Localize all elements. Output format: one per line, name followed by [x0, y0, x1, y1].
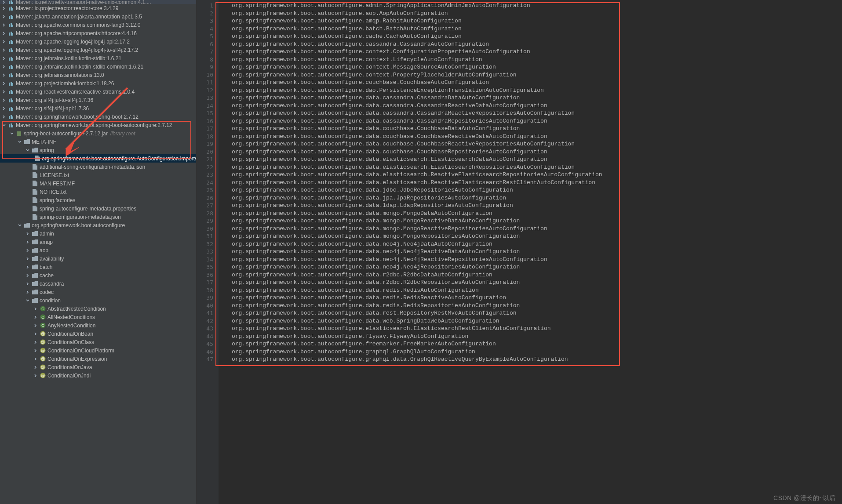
library-icon	[8, 114, 14, 120]
tree-item-lib[interactable]: Maven: org.apache.logging.log4j:log4j-ap…	[0, 37, 196, 46]
line-number: 45	[197, 340, 213, 348]
tree-item-lib[interactable]: Maven: org.slf4j:slf4j-api:1.7.36	[0, 104, 196, 112]
svg-rect-10	[11, 23, 12, 27]
code-line: org.springframework.boot.autoconfigure.f…	[232, 333, 842, 341]
line-number: 23	[197, 171, 213, 179]
svg-text:@: @	[40, 332, 44, 336]
tree-item-lib-open[interactable]: Maven: org.springframework.boot:spring-b…	[0, 121, 196, 129]
class-icon: C	[40, 323, 46, 329]
tree-label: spring-boot-autoconfigure-2.7.12.jar	[24, 131, 108, 137]
library-icon	[8, 22, 14, 28]
tree-item-lib[interactable]: Maven: org.apache.commons:commons-lang3:…	[0, 21, 196, 29]
code-line: org.springframework.boot.autoconfigure.d…	[232, 94, 842, 102]
tree-item-lib[interactable]: Maven: org.apache.httpcomponents:httpcor…	[0, 29, 196, 37]
tree-item-package-open[interactable]: condition	[0, 296, 196, 305]
svg-rect-41	[12, 108, 13, 111]
tree-item-lib[interactable]: Maven: org.jetbrains.kotlin:kotlin-stdli…	[0, 62, 196, 71]
tree-item-lib[interactable]: Maven: org.reactivestreams:reactive-stre…	[0, 87, 196, 96]
code-editor[interactable]: 1234567891011121314151617181920212223242…	[197, 0, 842, 504]
library-icon	[8, 122, 14, 128]
line-number: 41	[197, 309, 213, 317]
tree-label: ConditionalOnJava	[47, 364, 92, 370]
svg-rect-47	[12, 125, 13, 127]
code-line: org.springframework.boot.autoconfigure.d…	[232, 240, 842, 248]
tree-item-file[interactable]: spring-autoconfigure-metadata.properties	[0, 204, 196, 213]
svg-rect-33	[9, 91, 10, 94]
tree-item-file[interactable]: spring-configuration-metadata.json	[0, 213, 196, 221]
tree-label: additional-spring-configuration-metadata…	[40, 164, 145, 170]
code-line: org.springframework.boot.autoconfigure.d…	[232, 294, 842, 302]
line-number: 27	[197, 202, 213, 210]
svg-rect-36	[9, 99, 10, 102]
library-icon	[8, 80, 14, 87]
tree-item-package[interactable]: codec	[0, 288, 196, 296]
class-icon: C	[40, 306, 46, 312]
tree-item-folder[interactable]: spring	[0, 146, 196, 154]
svg-rect-35	[12, 91, 13, 94]
code-line: org.springframework.boot.autoconfigure.d…	[232, 217, 842, 225]
tree-item-folder[interactable]: META-INF	[0, 138, 196, 146]
svg-rect-39	[9, 108, 10, 111]
tree-item-jar[interactable]: spring-boot-autoconfigure-2.7.12.jarlibr…	[0, 129, 196, 138]
watermark: CSDN @漫长的~以后	[773, 494, 836, 502]
tree-item-lib[interactable]: Maven: io.netty:netty-transport-native-u…	[0, 0, 196, 4]
tree-label: AnyNestedCondition	[47, 323, 95, 329]
library-icon	[8, 14, 14, 20]
tree-item-class[interactable]: @ConditionalOnBean	[0, 330, 196, 338]
tree-item-lib[interactable]: Maven: org.slf4j:jul-to-slf4j:1.7.36	[0, 96, 196, 104]
svg-rect-22	[11, 57, 12, 61]
library-icon	[8, 64, 14, 70]
tree-item-class[interactable]: CAnyNestedCondition	[0, 321, 196, 330]
tree-item-package[interactable]: amqp	[0, 238, 196, 246]
tree-item-lib[interactable]: Maven: org.springframework.boot:spring-b…	[0, 112, 196, 121]
folder-icon	[32, 247, 38, 254]
tree-item-package[interactable]: batch	[0, 263, 196, 271]
tree-item-class[interactable]: @ConditionalOnCloudPlatform	[0, 346, 196, 355]
tree-item-package[interactable]: cassandra	[0, 279, 196, 288]
line-number: 15	[197, 109, 213, 117]
tree-label: admin	[40, 231, 54, 237]
tree-item-package[interactable]: org.springframework.boot.autoconfigure	[0, 221, 196, 229]
tree-item-file[interactable]: MANIFEST.MF	[0, 179, 196, 188]
svg-rect-32	[12, 83, 13, 86]
tree-item-package[interactable]: admin	[0, 229, 196, 238]
tree-item-lib[interactable]: Maven: jakarta.annotation:jakarta.annota…	[0, 12, 196, 21]
tree-item-lib[interactable]: Maven: org.projectlombok:lombok:1.18.26	[0, 79, 196, 87]
tree-item-class[interactable]: @ConditionalOnJndi	[0, 371, 196, 380]
line-number: 9	[197, 63, 213, 71]
tree-item-class[interactable]: CAllNestedConditions	[0, 313, 196, 321]
svg-rect-14	[12, 33, 13, 36]
svg-rect-2	[12, 2, 13, 4]
project-tree-sidebar[interactable]: Maven: io.netty:netty-transport-native-u…	[0, 0, 197, 504]
annotation-icon: @	[40, 331, 46, 337]
tree-item-lib[interactable]: Maven: io.projectreactor:reactor-core:3.…	[0, 4, 196, 12]
tree-item-lib[interactable]: Maven: org.jetbrains.kotlin:kotlin-stdli…	[0, 54, 196, 62]
tree-item-file[interactable]: NOTICE.txt	[0, 188, 196, 196]
tree-item-lib[interactable]: Maven: org.apache.logging.log4j:log4j-to…	[0, 46, 196, 54]
svg-rect-11	[12, 25, 13, 27]
code-line: org.springframework.boot.autoconfigure.d…	[232, 309, 842, 317]
code-line: org.springframework.boot.autoconfigure.c…	[232, 33, 842, 40]
tree-item-file[interactable]: spring.factories	[0, 196, 196, 204]
tree-item-lib[interactable]: Maven: org.jetbrains:annotations:13.0	[0, 71, 196, 79]
tree-item-class[interactable]: @ConditionalOnExpression	[0, 355, 196, 363]
line-number: 14	[197, 102, 213, 110]
svg-rect-40	[11, 107, 12, 111]
line-number: 34	[197, 256, 213, 264]
tree-item-package[interactable]: availability	[0, 254, 196, 263]
tree-item-class[interactable]: CAbstractNestedCondition	[0, 305, 196, 313]
tree-item-package[interactable]: aop	[0, 246, 196, 254]
tree-item-class[interactable]: @ConditionalOnJava	[0, 363, 196, 371]
tree-label: cache	[40, 272, 54, 279]
file-icon	[32, 164, 38, 170]
svg-rect-13	[11, 32, 12, 36]
code-line: org.springframework.boot.autoconfigure.d…	[232, 179, 842, 187]
tree-item-file[interactable]: LICENSE.txt	[0, 171, 196, 179]
line-number: 6	[197, 40, 213, 48]
code-line: org.springframework.boot.autoconfigure.d…	[232, 232, 842, 240]
tree-item-package[interactable]: cache	[0, 271, 196, 279]
tree-item-file-selected[interactable]: org.springframework.boot.autoconfigure.A…	[0, 154, 196, 163]
tree-item-class[interactable]: @ConditionalOnClass	[0, 338, 196, 346]
svg-rect-28	[11, 73, 12, 77]
tree-item-file[interactable]: additional-spring-configuration-metadata…	[0, 163, 196, 171]
